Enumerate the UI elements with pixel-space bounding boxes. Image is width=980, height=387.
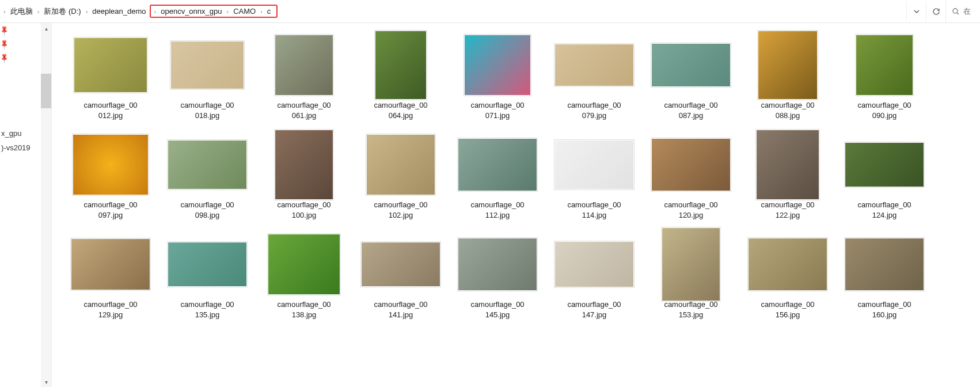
file-thumbnail xyxy=(264,233,344,296)
file-item[interactable]: camourflage_00098.jpg xyxy=(160,133,255,220)
file-name: camourflage_00100.jpg xyxy=(277,200,331,220)
file-name: camourflage_00141.jpg xyxy=(374,299,427,320)
scroll-down-button[interactable]: ▾ xyxy=(41,377,51,387)
breadcrumb-highlight: ›opencv_onnx_gpu›CAMO›c xyxy=(150,5,278,18)
file-thumbnail xyxy=(844,33,925,97)
breadcrumb-item[interactable]: opencv_onnx_gpu xyxy=(157,7,225,16)
sidebar-item[interactable]: )-vs2019 xyxy=(1,141,40,155)
file-item[interactable]: camourflage_00141.jpg xyxy=(354,233,448,320)
file-item[interactable]: camourflage_00079.jpg xyxy=(547,33,641,120)
breadcrumb-item[interactable]: CAMO xyxy=(230,7,259,16)
file-thumbnail xyxy=(747,233,828,296)
pin-icon: 📌 xyxy=(0,52,10,64)
file-item[interactable]: camourflage_00120.jpg xyxy=(644,133,738,220)
chevron-right-icon: › xyxy=(36,8,41,15)
file-item[interactable]: camourflage_00087.jpg xyxy=(644,33,738,120)
file-name: camourflage_00138.jpg xyxy=(277,299,331,320)
pin-icon: 📌 xyxy=(0,39,10,51)
file-name: camourflage_00153.jpg xyxy=(664,299,717,320)
file-item[interactable]: camourflage_00090.jpg xyxy=(837,33,932,120)
file-item[interactable]: camourflage_00124.jpg xyxy=(837,133,932,220)
file-item[interactable]: camourflage_00122.jpg xyxy=(740,133,835,220)
file-thumbnail xyxy=(651,233,731,296)
file-thumbnail xyxy=(167,133,248,196)
pin-icon: 📌 xyxy=(0,25,10,37)
search-box[interactable]: 在 xyxy=(945,0,980,22)
history-dropdown-button[interactable] xyxy=(906,2,926,21)
breadcrumb-label: 此电脑 xyxy=(7,6,36,17)
file-thumbnail xyxy=(264,33,344,97)
navigation-pane[interactable]: 📌 📌 📌 x_gpu)-vs2019 ▴ ▾ xyxy=(0,23,52,387)
chevron-right-icon: › xyxy=(259,8,264,15)
file-item[interactable]: camourflage_00114.jpg xyxy=(547,133,641,220)
file-item[interactable]: camourflage_00160.jpg xyxy=(837,233,932,320)
file-thumbnail xyxy=(457,33,538,97)
file-name: camourflage_00061.jpg xyxy=(277,100,331,120)
file-item[interactable]: camourflage_00153.jpg xyxy=(644,233,738,320)
file-item[interactable]: camourflage_00097.jpg xyxy=(63,133,158,220)
chevron-right-icon: › xyxy=(85,8,89,15)
file-item[interactable]: camourflage_00100.jpg xyxy=(257,133,351,220)
file-thumbnail xyxy=(457,233,538,296)
file-item[interactable]: camourflage_00018.jpg xyxy=(160,33,255,120)
file-thumbnail xyxy=(844,133,925,196)
file-name: camourflage_00102.jpg xyxy=(374,200,427,220)
file-name: camourflage_00156.jpg xyxy=(761,299,814,320)
breadcrumb-item[interactable]: 新加卷 (D:) xyxy=(40,0,84,22)
refresh-button[interactable] xyxy=(926,2,945,21)
svg-point-0 xyxy=(953,9,958,13)
file-thumbnail xyxy=(360,133,441,196)
file-thumbnail xyxy=(167,33,248,97)
breadcrumb-item[interactable]: 此电脑 xyxy=(7,0,36,22)
file-name: camourflage_00087.jpg xyxy=(664,100,717,120)
file-item[interactable]: camourflage_00088.jpg xyxy=(740,33,835,120)
breadcrumb-label: opencv_onnx_gpu xyxy=(157,7,225,16)
file-name: camourflage_00012.jpg xyxy=(83,100,137,120)
file-thumbnail xyxy=(554,233,635,296)
breadcrumb[interactable]: ›此电脑›新加卷 (D:)›deeplean_demo›opencv_onnx_… xyxy=(0,0,906,22)
chevron-right-icon: › xyxy=(2,8,7,15)
chevron-down-icon xyxy=(913,8,920,15)
scroll-up-button[interactable]: ▴ xyxy=(41,23,51,33)
breadcrumb-label: 新加卷 (D:) xyxy=(40,6,84,17)
file-name: camourflage_00135.jpg xyxy=(180,299,234,320)
file-thumbnail xyxy=(554,33,635,97)
breadcrumb-label: CAMO xyxy=(230,7,259,16)
file-name: camourflage_00071.jpg xyxy=(470,100,524,120)
file-name: camourflage_00129.jpg xyxy=(83,299,137,320)
file-thumbnail xyxy=(651,33,731,97)
file-thumbnail xyxy=(264,133,344,196)
file-item[interactable]: camourflage_00112.jpg xyxy=(450,133,545,220)
chevron-right-icon: › xyxy=(153,8,158,15)
explorer-window: ›此电脑›新加卷 (D:)›deeplean_demo›opencv_onnx_… xyxy=(0,0,980,387)
file-item[interactable]: camourflage_00061.jpg xyxy=(257,33,351,120)
file-name: camourflage_00064.jpg xyxy=(374,100,427,120)
file-item[interactable]: camourflage_00156.jpg xyxy=(740,233,835,320)
file-name: camourflage_00114.jpg xyxy=(567,200,621,220)
scroll-thumb[interactable] xyxy=(41,74,51,108)
search-icon xyxy=(952,7,960,16)
file-thumbnail xyxy=(457,133,538,196)
file-thumbnail xyxy=(360,233,441,296)
sidebar-item[interactable]: x_gpu xyxy=(1,127,40,141)
breadcrumb-label: deeplean_demo xyxy=(89,7,149,16)
file-name: camourflage_00018.jpg xyxy=(180,100,234,120)
quick-access-items[interactable]: x_gpu)-vs2019 xyxy=(0,127,40,155)
breadcrumb-item[interactable]: c xyxy=(264,7,275,16)
file-item[interactable]: camourflage_00147.jpg xyxy=(547,233,641,320)
sidebar-scrollbar[interactable]: ▴ ▾ xyxy=(41,23,51,387)
file-item[interactable]: camourflage_00012.jpg xyxy=(63,33,158,120)
file-item[interactable]: camourflage_00102.jpg xyxy=(354,133,448,220)
file-view[interactable]: camourflage_00012.jpgcamourflage_00018.j… xyxy=(52,23,980,387)
file-item[interactable]: camourflage_00129.jpg xyxy=(63,233,158,320)
breadcrumb-item[interactable]: deeplean_demo xyxy=(89,0,149,22)
file-name: camourflage_00079.jpg xyxy=(567,100,621,120)
file-item[interactable]: camourflage_00071.jpg xyxy=(450,33,545,120)
file-item[interactable]: camourflage_00135.jpg xyxy=(160,233,255,320)
file-thumbnail xyxy=(360,33,441,97)
file-item[interactable]: camourflage_00145.jpg xyxy=(450,233,545,320)
file-item[interactable]: camourflage_00138.jpg xyxy=(257,233,351,320)
chevron-right-icon: › xyxy=(225,8,230,15)
file-item[interactable]: camourflage_00064.jpg xyxy=(354,33,448,120)
file-thumbnail xyxy=(651,133,731,196)
